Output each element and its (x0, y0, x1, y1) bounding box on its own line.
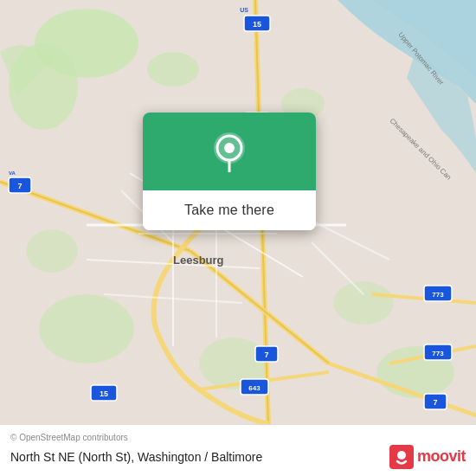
svg-point-55 (224, 143, 235, 153)
attribution-text: © OpenStreetMap contributors (10, 433, 466, 442)
svg-text:7: 7 (17, 182, 22, 190)
popup-card: Take me there (143, 113, 316, 230)
location-label: North St NE (North St), Washington / Bal… (10, 450, 262, 464)
svg-text:US: US (240, 7, 248, 13)
moovit-icon (389, 445, 414, 469)
moovit-brand-text: moovit (417, 447, 466, 466)
svg-point-3 (147, 52, 199, 87)
svg-text:Leesburg: Leesburg (173, 254, 224, 267)
svg-text:773: 773 (432, 291, 444, 299)
svg-text:7: 7 (264, 351, 268, 359)
location-pin-icon (209, 131, 250, 172)
svg-point-9 (26, 229, 78, 273)
map-container: 15 US 15 7 VA 7 7 15 643 773 773 Leesbur… (0, 0, 476, 424)
svg-text:643: 643 (248, 384, 261, 392)
take-me-there-button[interactable]: Take me there (143, 190, 316, 230)
location-row: North St NE (North St), Washington / Bal… (10, 445, 466, 469)
svg-point-7 (333, 281, 394, 325)
svg-point-57 (397, 451, 406, 460)
svg-point-5 (39, 294, 134, 363)
popup-green-header (143, 113, 316, 190)
moovit-logo: moovit (389, 445, 466, 469)
svg-text:VA: VA (9, 170, 16, 176)
svg-text:7: 7 (433, 398, 437, 407)
svg-text:15: 15 (100, 389, 108, 398)
svg-text:15: 15 (253, 20, 261, 29)
bottom-bar: © OpenStreetMap contributors North St NE… (0, 424, 476, 476)
svg-text:773: 773 (432, 350, 444, 357)
